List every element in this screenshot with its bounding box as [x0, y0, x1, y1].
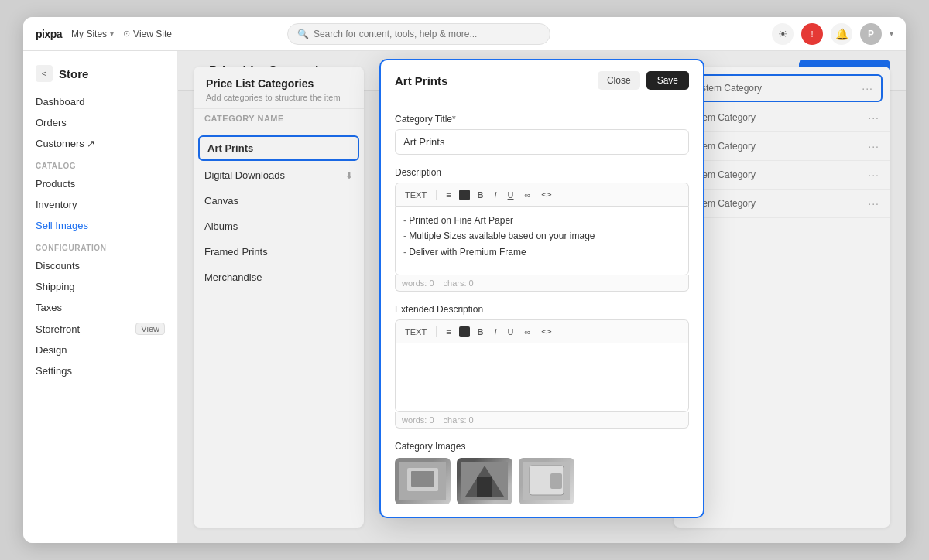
desc-char-count: chars: 0 [444, 278, 474, 288]
modal-body: Category Title* Description TEXT ≡ [381, 101, 703, 517]
desc-text-btn[interactable]: TEXT [402, 189, 430, 201]
desc-underline-btn[interactable]: U [505, 189, 517, 201]
chevron-down-icon: ▾ [110, 29, 114, 38]
desc-word-count: words: 0 [402, 278, 434, 288]
sidebar-item-sell-images[interactable]: Sell Images [23, 215, 177, 236]
svg-rect-5 [477, 477, 492, 497]
ext-code-btn[interactable]: <> [538, 325, 554, 338]
search-icon: 🔍 [297, 29, 309, 39]
catalog-section-label: CATALOG [23, 154, 177, 173]
category-title-group: Category Title* [395, 114, 689, 155]
category-images-section: Category Images [395, 441, 689, 504]
sidebar-item-customers[interactable]: Customers ↗ [23, 133, 177, 154]
modal-header-actions: Close Save [598, 71, 689, 90]
svg-rect-8 [550, 473, 562, 489]
ext-list-btn[interactable]: ≡ [443, 326, 454, 338]
desc-line-2: Multiple Sizes available based on your i… [403, 228, 680, 244]
desc-link-btn[interactable]: ∞ [522, 189, 534, 201]
sidebar-item-settings[interactable]: Settings [23, 360, 177, 381]
category-images-row [395, 458, 689, 504]
desc-color-btn[interactable] [459, 190, 470, 200]
sidebar-item-dashboard[interactable]: Dashboard [23, 91, 177, 112]
desc-list-btn[interactable]: ≡ [443, 189, 454, 201]
topbar: pixpa My Sites ▾ ⊙ View Site 🔍 ☀ ! 🔔 P ▾ [23, 17, 906, 51]
category-images-label: Category Images [395, 441, 689, 452]
modal-title: Art Prints [395, 74, 447, 87]
config-section-label: CONFIGURATION [23, 236, 177, 255]
ext-link-btn[interactable]: ∞ [522, 326, 534, 338]
category-image-thumb-2[interactable] [457, 458, 512, 504]
svg-rect-2 [411, 471, 434, 487]
category-title-label: Category Title* [395, 114, 689, 125]
chevron-down-icon: ▾ [890, 29, 893, 38]
sidebar-title: Store [59, 67, 88, 80]
sidebar: < Store Dashboard Orders Customers ↗ CAT… [23, 51, 178, 543]
edit-category-modal: Art Prints Close Save Category Title* [379, 59, 704, 518]
category-title-input[interactable] [395, 129, 689, 155]
ext-text-btn[interactable]: TEXT [402, 326, 430, 338]
avatar-btn[interactable]: P [860, 23, 882, 45]
desc-line-1: Printed on Fine Art Paper [403, 213, 680, 228]
ext-italic-btn[interactable]: I [492, 326, 500, 338]
ext-underline-btn[interactable]: U [505, 326, 517, 338]
eye-icon: ⊙ [123, 29, 130, 39]
ext-word-count: words: 0 [402, 415, 434, 425]
my-sites-nav[interactable]: My Sites ▾ [71, 29, 114, 39]
sidebar-item-shipping[interactable]: Shipping [23, 276, 177, 297]
modal-save-button[interactable]: Save [646, 71, 689, 90]
ext-toolbar-sep [436, 326, 437, 337]
desc-italic-btn[interactable]: I [492, 189, 500, 201]
description-label: Description [395, 167, 689, 178]
sidebar-item-design[interactable]: Design [23, 340, 177, 360]
extended-editor[interactable] [395, 343, 689, 412]
description-editor[interactable]: Printed on Fine Art Paper Multiple Sizes… [395, 206, 689, 275]
storefront-view-badge[interactable]: View [135, 323, 165, 335]
description-footer: words: 0 chars: 0 [395, 275, 689, 292]
sidebar-item-storefront[interactable]: Storefront View [23, 318, 177, 340]
sidebar-item-inventory[interactable]: Inventory [23, 194, 177, 215]
bell-icon-btn[interactable]: 🔔 [831, 23, 852, 45]
extended-description-label: Extended Description [395, 304, 689, 315]
desc-line-3: Deliver with Premium Frame [403, 244, 680, 260]
view-site-nav[interactable]: ⊙ View Site [123, 29, 172, 39]
sun-icon-btn[interactable]: ☀ [772, 23, 794, 45]
sidebar-header: < Store [23, 60, 177, 91]
category-image-thumb-1[interactable] [395, 458, 451, 504]
sidebar-item-discounts[interactable]: Discounts [23, 255, 177, 276]
extended-footer: words: 0 chars: 0 [395, 412, 689, 429]
modal-close-button[interactable]: Close [598, 71, 640, 90]
app-logo: pixpa [36, 28, 62, 40]
main-layout: < Store Dashboard Orders Customers ↗ CAT… [23, 51, 906, 543]
description-toolbar: TEXT ≡ B I U ∞ <> [395, 183, 689, 206]
toolbar-sep-1 [436, 190, 437, 200]
sidebar-item-products[interactable]: Products [23, 173, 177, 194]
ext-color-btn[interactable] [459, 326, 470, 337]
search-input[interactable] [314, 29, 540, 39]
notification-icon-btn[interactable]: ! [801, 23, 823, 45]
content-area: ❮ Price List Categories ? Help + Add Cat… [178, 51, 906, 543]
description-group: Description TEXT ≡ B I U ∞ <> [395, 167, 689, 292]
modal-overlay: Art Prints Close Save Category Title* [178, 51, 906, 543]
ext-bold-btn[interactable]: B [475, 326, 487, 338]
topbar-icons: ☀ ! 🔔 P ▾ [772, 23, 893, 45]
extended-toolbar: TEXT ≡ B I U ∞ <> [395, 319, 689, 343]
sidebar-item-orders[interactable]: Orders [23, 112, 177, 133]
sidebar-back-btn[interactable]: < [36, 65, 53, 82]
ext-char-count: chars: 0 [444, 415, 474, 425]
desc-code-btn[interactable]: <> [538, 188, 554, 201]
search-bar[interactable]: 🔍 [287, 23, 550, 45]
desc-bold-btn[interactable]: B [475, 189, 487, 201]
sidebar-item-taxes[interactable]: Taxes [23, 297, 177, 318]
modal-header: Art Prints Close Save [381, 60, 703, 101]
category-image-thumb-3[interactable] [519, 458, 574, 504]
extended-description-group: Extended Description TEXT ≡ B I U ∞ <> [395, 304, 689, 429]
